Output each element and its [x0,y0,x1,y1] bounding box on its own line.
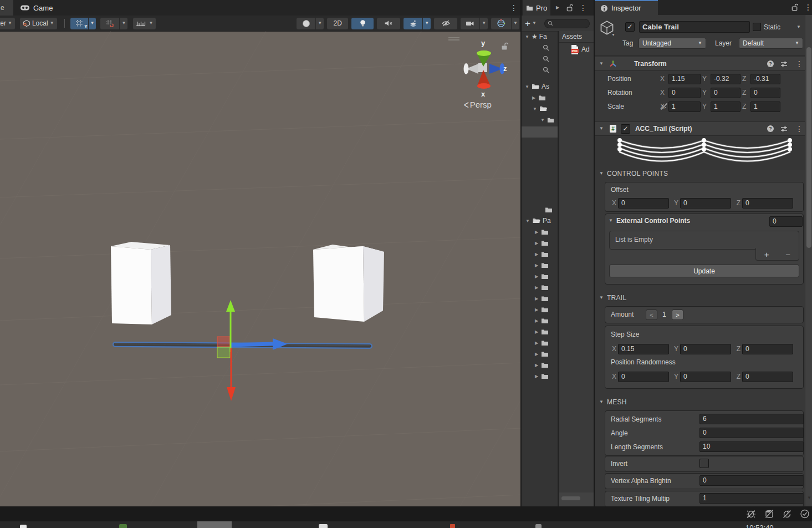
transform-menu-icon[interactable]: ⋮ [795,60,803,68]
offset-y-field[interactable]: 0 [680,198,731,209]
foldout-closed-icon[interactable]: ▶ [534,285,539,290]
tree-folder-closed[interactable]: ▶ [522,226,558,237]
handle-rotation-button[interactable]: Local ▼ [20,18,57,29]
audio-toggle-button[interactable] [377,18,400,29]
mesh-foldout[interactable]: ▼ MESH [599,398,627,406]
grid-snap-button[interactable] [100,18,119,29]
randomness-y-field[interactable]: 0 [680,372,731,382]
taskbar-app-icon[interactable] [319,524,328,528]
add-asset-button[interactable]: + [525,19,530,28]
project-lock-icon[interactable] [566,4,574,12]
update-button[interactable]: Update [609,265,799,277]
camera-settings-button[interactable] [461,18,479,29]
tag-dropdown[interactable]: Untagged ▼ [639,38,706,49]
asset-file-row[interactable]: PDF Ad [559,43,595,56]
offset-x-field[interactable]: 0 [618,198,669,209]
overlay-handle-icon[interactable] [448,37,460,41]
scale-x-field[interactable]: 1 [668,101,701,112]
tab-scroll-arrow-icon[interactable]: ▶ [556,5,559,10]
foldout-closed-icon[interactable]: ▶ [534,341,539,346]
transform-header[interactable]: ▼ Transform ? ⋮ [595,57,805,71]
auto-refresh-disabled-icon[interactable] [782,509,792,519]
presets-icon[interactable] [780,125,788,133]
foldout-open-icon[interactable]: ▼ [599,126,604,131]
presets-icon[interactable] [780,60,788,68]
foldout-open-icon[interactable]: ▼ [524,84,530,89]
tab-game[interactable]: Game [14,0,58,16]
rotation-z-field[interactable]: 0 [750,88,780,98]
2d-toggle-button[interactable]: 2D [327,18,348,29]
tree-search-item[interactable] [522,53,558,64]
foldout-open-icon[interactable]: ▼ [524,34,530,39]
foldout-open-icon[interactable]: ▼ [599,62,604,66]
script-enabled-checkbox[interactable]: ✓ [621,124,630,134]
inspector-scrollbar[interactable]: ▼ [805,15,812,506]
project-menu-icon[interactable]: ⋮ [579,4,587,12]
foldout-closed-icon[interactable]: ▶ [534,263,539,268]
foldout-open-icon[interactable]: ▼ [540,118,545,123]
tree-folder-closed[interactable]: ▶ [522,359,558,370]
foldout-closed-icon[interactable]: ▶ [534,329,539,334]
inspector-scrollbar-thumb[interactable] [806,47,811,248]
tree-folder-closed[interactable]: ▶ [522,282,558,293]
tree-favorites[interactable]: ▼ ★ Fa [522,31,558,42]
foldout-closed-icon[interactable]: ▶ [534,307,539,312]
remove-element-button[interactable]: − [785,250,790,259]
foldout-closed-icon[interactable]: ▶ [534,374,539,379]
position-x-field[interactable]: 1.15 [668,74,701,84]
static-dropdown-icon[interactable]: ▼ [796,25,801,29]
tree-assets[interactable]: ▼ As [522,81,558,92]
axis-x-label[interactable]: x [481,90,485,98]
gameobject-active-checkbox[interactable]: ✓ [625,22,635,32]
assets-hscrollbar[interactable] [559,493,595,506]
left-cube[interactable] [111,242,171,324]
foldout-closed-icon[interactable]: ▶ [531,95,537,100]
add-element-button[interactable]: + [764,250,769,259]
lighting-toggle-button[interactable] [351,18,374,29]
radial-segments-field[interactable]: 6 [699,414,804,424]
game-view-menu-icon[interactable]: ⋮ [510,4,518,12]
scale-z-field[interactable]: 1 [750,101,780,112]
tree-folder-closed[interactable]: ▶ [522,260,558,271]
tree-folder-open[interactable]: ▼ [522,103,558,114]
debugger-disabled-icon[interactable] [746,509,756,519]
scrollbar-down-arrow-icon[interactable]: ▼ [807,495,811,500]
position-z-field[interactable]: -0.31 [750,74,780,84]
script-menu-icon[interactable]: ⋮ [795,125,803,133]
amount-decrement-button[interactable]: < [646,309,657,320]
foldout-closed-icon[interactable]: ▶ [534,352,539,357]
tab-scene-partial[interactable]: e [0,0,13,16]
script-header[interactable]: ▼ # ✓ ACC_Trail (Script) ? ⋮ [595,121,805,136]
projection-toggle[interactable]: < Persp [464,100,492,109]
step-size-x-field[interactable]: 0.15 [618,344,669,354]
tree-folder-leaf[interactable] [522,204,558,215]
tab-inspector[interactable]: Inspector [595,0,658,15]
help-icon[interactable]: ? [767,125,774,133]
axis-z-label[interactable]: z [503,64,507,73]
foldout-closed-icon[interactable]: ▶ [534,241,539,246]
search-input[interactable] [544,19,590,28]
tree-folder-open[interactable]: ▼ [522,114,558,125]
gizmos-dropdown[interactable]: ▼ [512,18,519,29]
tab-project[interactable]: Pro [523,0,550,16]
randomness-x-field[interactable]: 0 [618,372,669,382]
offset-z-field[interactable]: 0 [742,198,793,209]
taskbar-app-icon[interactable] [535,524,542,528]
foldout-closed-icon[interactable]: ▶ [534,296,539,301]
rotation-y-field[interactable]: 0 [711,88,740,98]
angle-field[interactable]: 0 [699,428,804,438]
hidden-objects-toggle[interactable] [434,18,457,29]
foldout-closed-icon[interactable]: ▶ [534,274,539,279]
grid-visibility-button[interactable]: Y [70,18,88,29]
foldout-closed-icon[interactable]: ▶ [534,230,539,235]
vertex-alpha-field[interactable]: 0 [699,475,804,486]
foldout-closed-icon[interactable]: ▶ [534,318,539,323]
trail-foldout[interactable]: ▼ TRAIL [599,294,626,302]
cache-server-disabled-icon[interactable] [764,509,774,519]
inspector-lock-icon[interactable] [791,3,799,11]
gameobject-name-input[interactable]: Cable Trail [639,21,750,33]
texture-tiling-field[interactable]: 1 [699,493,804,504]
tree-folder-closed[interactable]: ▶ [522,337,558,348]
tree-folder-closed[interactable]: ▶ [522,237,558,248]
taskbar-active-app[interactable] [197,521,232,528]
